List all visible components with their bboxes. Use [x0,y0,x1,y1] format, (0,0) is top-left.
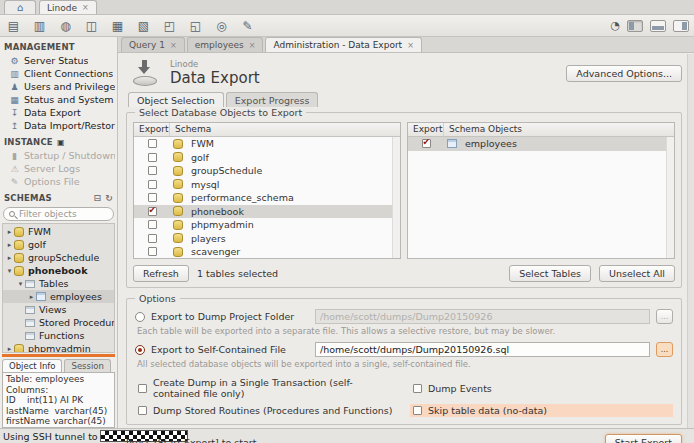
export-checkbox[interactable] [148,247,157,256]
advanced-options-button[interactable]: Advanced Options... [566,65,682,82]
export-option[interactable]: Skip table data (no-data) [410,404,673,417]
sidebar-item-users-privileges[interactable]: ♟ Users and Privileges [0,80,117,93]
editor-tab[interactable]: Administration - Data Export × [265,37,421,52]
browse-file-button[interactable]: ... [656,342,673,357]
expander-arrow-icon[interactable]: ▸ [27,293,36,301]
tree-item-employees[interactable]: ▸ employees [3,290,114,303]
tree-item-fwm[interactable]: ▸ FWM [3,225,114,238]
self-contained-path-field[interactable]: /home/scott/dumps/Dump20150926.sql [315,342,650,357]
collapse-all-icon[interactable]: ⊟ [94,193,102,203]
sidebar-item-server-logs[interactable]: ⚠ Server Logs [0,162,117,175]
checkbox-icon[interactable] [138,406,147,415]
tree-item-functions[interactable]: Functions [3,329,114,342]
export-subtab[interactable]: Export Progress [226,92,319,107]
export-checkbox[interactable] [148,180,157,189]
expander-arrow-icon[interactable]: ▸ [5,254,14,262]
start-export-button[interactable]: Start Export [605,434,682,443]
export-checkbox[interactable] [148,166,157,175]
open-sql-script-icon[interactable]: ▥ [31,18,48,34]
schema-row[interactable]: performance_schema [134,191,400,205]
export-option[interactable]: Create Dump in a Single Transaction (sel… [135,376,398,400]
expander-arrow-icon[interactable]: ▸ [5,228,14,236]
editor-tab[interactable]: employees × [187,37,264,52]
export-checkbox[interactable] [422,139,431,148]
tree-item-tables[interactable]: ▾ Tables [3,277,114,290]
export-checkbox[interactable] [148,220,157,229]
close-icon[interactable]: × [82,3,89,12]
create-schema-icon[interactable]: ◫ [83,18,100,34]
expander-arrow-icon[interactable]: ▸ [5,345,14,353]
reconnect-icon[interactable]: ✎ [239,18,256,34]
sidebar-item-data-import[interactable]: ↥ Data Import/Restore [0,119,117,132]
checkbox-icon[interactable] [138,384,147,393]
close-icon[interactable]: × [407,41,414,50]
schema-row[interactable]: players [134,232,400,246]
create-table-icon[interactable]: ▦ [109,18,126,34]
export-checkbox[interactable] [148,234,157,243]
new-query-tab-icon[interactable]: ▤ [5,18,22,34]
schema-row[interactable]: groupSchedule [134,164,400,178]
sidebar-item-data-export[interactable]: ↧ Data Export [0,106,117,119]
export-checkbox[interactable] [148,139,157,148]
search-data-icon[interactable]: ◎ [213,18,230,34]
unselect-all-button[interactable]: Unselect All [599,265,675,282]
refresh-button[interactable]: Refresh [133,265,189,282]
checkbox-icon[interactable] [413,406,422,415]
sidebar-item-status-system-variables[interactable]: ▦ Status and System Variable [0,93,117,106]
object-row[interactable]: employees [408,137,674,151]
dump-project-path-field[interactable]: /home/scott/dumps/Dump20150926 [315,309,650,324]
performance-dashboard-icon[interactable]: ◔ [610,19,620,32]
toggle-secondary-sidebar-icon[interactable] [673,20,689,32]
export-option[interactable]: Dump Stored Routines (Procedures and Fun… [135,404,398,417]
panel-scrollbar[interactable] [666,137,674,258]
create-function-icon[interactable]: ◱ [187,18,204,34]
schema-name: FWM [191,138,214,149]
expander-arrow-icon[interactable]: ▸ [5,241,14,249]
home-tab[interactable]: ⌂ [4,0,36,14]
expander-arrow-icon[interactable]: ▾ [5,267,14,275]
schema-inspector-icon[interactable]: ◍ [57,18,74,34]
main-scrollbar[interactable] [687,54,694,428]
sidebar-item-server-status[interactable]: ⚙ Server Status [0,54,117,67]
tree-item-phonebook[interactable]: ▾ phonebook [3,264,114,277]
tree-item-phpmyadmin[interactable]: ▸ phpmyadmin [3,342,114,353]
panel-scrollbar[interactable] [392,137,400,258]
toggle-output-panel-icon[interactable] [650,20,666,32]
export-subtab[interactable]: Object Selection [128,92,224,107]
editor-tab[interactable]: Query 1 × [121,37,185,52]
tree-item-golf[interactable]: ▸ golf [3,238,114,251]
create-view-icon[interactable]: ▧ [135,18,152,34]
schema-filter-input[interactable]: Filter objects [3,207,114,221]
create-procedure-icon[interactable]: ◰ [161,18,178,34]
sidebar-splitter-handle[interactable] [2,354,115,357]
toggle-sidebar-icon[interactable] [627,20,643,32]
sidebar-item-startup-shutdown[interactable]: ▮ Startup / Shutdown [0,149,117,162]
checkbox-icon[interactable] [413,384,422,393]
schema-row[interactable]: scavenger [134,245,400,259]
connection-tab[interactable]: Linode × [39,0,97,14]
export-checkbox[interactable] [148,193,157,202]
tree-item-stored-procedures[interactable]: Stored Procedures [3,316,114,329]
expander-arrow-icon[interactable]: ▾ [16,280,25,288]
browse-folder-button[interactable]: ... [656,309,673,324]
schema-row[interactable]: phpmyadmin [134,218,400,232]
tree-item-groupschedule[interactable]: ▸ groupSchedule [3,251,114,264]
sidebar-item-client-connections[interactable]: ▥ Client Connections [0,67,117,80]
dump-project-folder-radio[interactable] [135,312,145,322]
schema-row[interactable]: mysql [134,178,400,192]
export-option[interactable]: Dump Events [410,376,673,400]
self-contained-file-radio[interactable] [135,345,145,355]
schema-row[interactable]: FWM [134,137,400,151]
close-icon[interactable]: × [249,41,256,50]
refresh-schemas-icon[interactable]: ↻ [105,193,113,203]
info-tab[interactable]: Object Info [2,359,62,372]
select-tables-button[interactable]: Select Tables [509,265,591,282]
sidebar-item-options-file[interactable]: ✎ Options File [0,175,117,188]
export-checkbox[interactable] [148,153,157,162]
schema-row[interactable]: phonebook [134,205,400,219]
schema-row[interactable]: golf [134,151,400,165]
export-checkbox[interactable] [148,207,157,216]
info-tab[interactable]: Session [64,359,110,372]
close-icon[interactable]: × [170,41,177,50]
tree-item-views[interactable]: Views [3,303,114,316]
